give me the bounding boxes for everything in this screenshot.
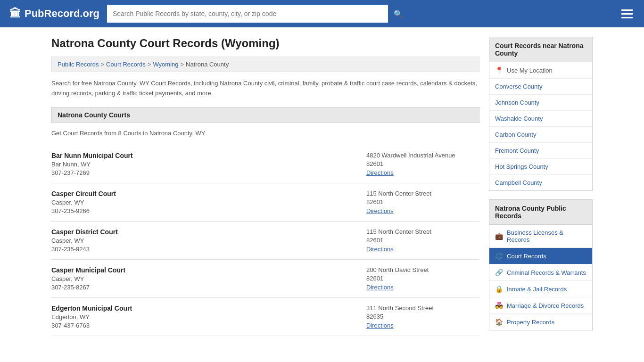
directions-link-1[interactable]: Directions: [366, 207, 394, 214]
directions-link-3[interactable]: Directions: [366, 284, 394, 291]
directions-link-4[interactable]: Directions: [366, 322, 394, 329]
search-button[interactable]: 🔍: [388, 5, 409, 23]
public-records-items: 💼 Business Licenses & Records ⚖️ Court R…: [489, 225, 592, 330]
main-wrapper: Natrona County Court Records (Wyoming) P…: [44, 27, 600, 348]
sidebar-county-1[interactable]: Johnson County: [489, 95, 592, 111]
nearby-counties: Converse CountyJohnson CountyWashakie Co…: [489, 79, 592, 190]
court-item: Casper Circuit Court Casper, WY 307-235-…: [51, 183, 479, 222]
breadcrumb-sep-3: >: [181, 61, 184, 68]
court-item: Edgerton Municipal Court Edgerton, WY 30…: [51, 298, 479, 336]
court-right-1: 115 North Center Street 82601 Directions: [366, 190, 479, 214]
court-address-1: 115 North Center Street: [366, 190, 479, 197]
sidebar-public-record-1[interactable]: ⚖️ Court Records: [489, 248, 592, 264]
court-name-3: Casper Municipal Court: [51, 266, 125, 274]
court-left-0: Bar Nunn Municipal Court Bar Nunn, WY 30…: [51, 152, 133, 176]
court-name-1: Casper Circuit Court: [51, 190, 116, 197]
search-icon: 🔍: [394, 9, 403, 18]
court-zip-3: 82601: [366, 275, 479, 282]
court-right-2: 115 North Center Street 82601 Directions: [366, 228, 479, 253]
court-item: Casper Municipal Court Casper, WY 307-23…: [51, 260, 479, 298]
court-zip-1: 82601: [366, 198, 479, 206]
court-phone-4: 307-437-6763: [51, 322, 132, 329]
breadcrumb-court-records[interactable]: Court Records: [106, 61, 146, 68]
court-right-4: 311 North Second Street 82635 Directions: [366, 304, 479, 329]
court-zip-0: 82601: [366, 160, 479, 167]
court-left-4: Edgerton Municipal Court Edgerton, WY 30…: [51, 304, 132, 329]
court-city-2: Casper, WY: [51, 237, 118, 244]
section-subtext: Get Court Records from 8 Courts in Natro…: [51, 130, 479, 137]
breadcrumb-current: Natrona County: [186, 61, 229, 68]
menu-line-1: [621, 9, 633, 11]
sidebar-record-label-5: Property Records: [507, 319, 554, 326]
court-address-2: 115 North Center Street: [366, 228, 479, 235]
court-address-3: 200 North David Street: [366, 266, 479, 273]
court-city-1: Casper, WY: [51, 199, 116, 206]
sidebar-public-record-2[interactable]: 🔗 Criminal Records & Warrants: [489, 264, 592, 281]
breadcrumb-wyoming[interactable]: Wyoming: [153, 61, 178, 68]
sidebar-record-label-0: Business Licenses & Records: [507, 229, 586, 243]
breadcrumb-sep-1: >: [100, 61, 104, 68]
court-phone-1: 307-235-9266: [51, 207, 116, 214]
directions-link-2[interactable]: Directions: [366, 246, 394, 253]
search-bar: 🔍: [107, 5, 409, 23]
sidebar-county-5[interactable]: Hot Springs County: [489, 159, 592, 175]
court-item: Bar Nunn Municipal Court Bar Nunn, WY 30…: [51, 145, 479, 183]
sidebar-public-records-title: Natrona County Public Records: [489, 199, 593, 225]
logo[interactable]: 🏛 PubRecord.org: [9, 7, 99, 20]
sidebar-record-label-2: Criminal Records & Warrants: [507, 269, 586, 276]
breadcrumb: Public Records > Court Records > Wyoming…: [51, 57, 479, 72]
court-zip-2: 82601: [366, 237, 479, 244]
logo-icon: 🏛: [9, 7, 21, 20]
court-phone-0: 307-237-7269: [51, 169, 133, 176]
sidebar-use-my-location[interactable]: 📍 Use My Location: [489, 62, 592, 79]
sidebar-location-label: Use My Location: [507, 67, 553, 74]
court-item: Casper District Court Casper, WY 307-235…: [51, 222, 479, 260]
logo-text: PubRecord.org: [25, 8, 99, 20]
sidebar-county-3[interactable]: Carbon County: [489, 127, 592, 143]
sidebar-public-record-0[interactable]: 💼 Business Licenses & Records: [489, 225, 592, 248]
breadcrumb-public-records[interactable]: Public Records: [58, 61, 99, 68]
menu-line-2: [621, 13, 633, 15]
header: 🏛 PubRecord.org 🔍: [0, 0, 644, 27]
court-city-0: Bar Nunn, WY: [51, 161, 133, 168]
sidebar-record-icon-2: 🔗: [495, 269, 503, 276]
court-name-4: Edgerton Municipal Court: [51, 304, 132, 312]
content-area: Natrona County Court Records (Wyoming) P…: [51, 37, 479, 339]
court-right-3: 200 North David Street 82601 Directions: [366, 266, 479, 291]
sidebar-county-2[interactable]: Washakie County: [489, 111, 592, 127]
courts-list: Bar Nunn Municipal Court Bar Nunn, WY 30…: [51, 145, 479, 336]
sidebar-record-label-4: Marriage & Divorce Records: [507, 302, 584, 309]
sidebar-record-icon-4: 💑: [495, 302, 503, 309]
sidebar-record-icon-1: ⚖️: [495, 252, 503, 260]
menu-button[interactable]: [619, 8, 635, 20]
sidebar-record-label-1: Court Records: [507, 253, 546, 260]
sidebar-record-icon-0: 💼: [495, 232, 503, 240]
court-left-2: Casper District Court Casper, WY 307-235…: [51, 228, 118, 253]
page-title: Natrona County Court Records (Wyoming): [51, 37, 479, 50]
court-city-4: Edgerton, WY: [51, 313, 132, 321]
court-right-0: 4820 Wardwell Industrial Avenue 82601 Di…: [366, 152, 479, 176]
breadcrumb-sep-2: >: [148, 61, 151, 68]
court-zip-4: 82635: [366, 313, 479, 320]
sidebar-nearby-title: Court Records near Natrona County: [489, 37, 593, 62]
description: Search for free Natrona County, WY Court…: [51, 79, 479, 99]
section-header: Natrona County Courts: [51, 107, 479, 123]
court-address-4: 311 North Second Street: [366, 304, 479, 312]
sidebar-county-6[interactable]: Campbell County: [489, 175, 592, 190]
search-input[interactable]: [107, 5, 388, 23]
sidebar-public-record-3[interactable]: 🔒 Inmate & Jail Records: [489, 281, 592, 297]
menu-line-3: [621, 17, 633, 18]
court-phone-2: 307-235-9243: [51, 246, 118, 253]
sidebar-county-0[interactable]: Converse County: [489, 79, 592, 95]
sidebar-public-records-list: 💼 Business Licenses & Records ⚖️ Court R…: [489, 225, 593, 330]
sidebar-public-record-5[interactable]: 🏠 Property Records: [489, 314, 592, 330]
sidebar-nearby-list: 📍 Use My Location Converse CountyJohnson…: [489, 62, 593, 191]
sidebar-public-record-4[interactable]: 💑 Marriage & Divorce Records: [489, 297, 592, 314]
sidebar-record-icon-3: 🔒: [495, 285, 503, 293]
sidebar-county-4[interactable]: Fremont County: [489, 143, 592, 159]
directions-link-0[interactable]: Directions: [366, 169, 394, 176]
court-left-3: Casper Municipal Court Casper, WY 307-23…: [51, 266, 125, 291]
court-address-0: 4820 Wardwell Industrial Avenue: [366, 152, 479, 159]
sidebar-record-label-3: Inmate & Jail Records: [507, 286, 567, 293]
court-name-0: Bar Nunn Municipal Court: [51, 152, 133, 159]
